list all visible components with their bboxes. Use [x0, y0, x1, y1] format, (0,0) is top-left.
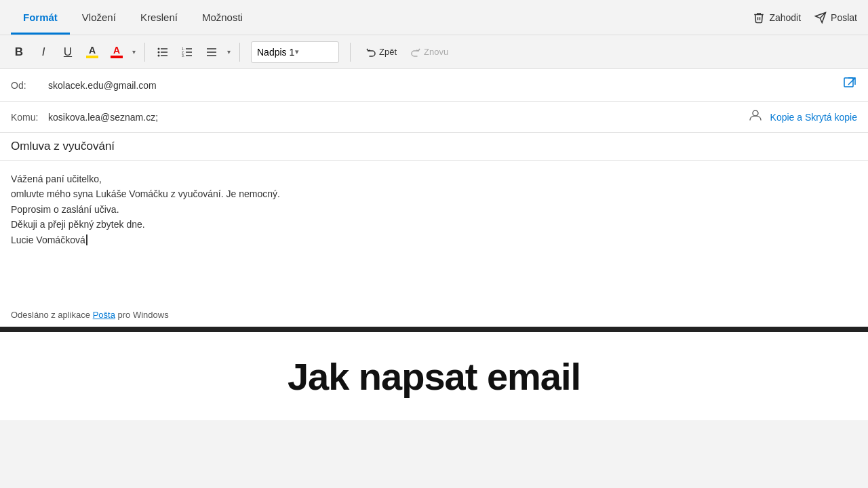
toolbar: B I U A A ▾ 1. 2. 3.: [0, 35, 868, 69]
top-nav: Formát Vložení Kreslení Možnosti Zahodit: [0, 0, 868, 35]
undo-icon: [366, 47, 376, 58]
body-line-5: Lucie Vomáčková: [11, 232, 857, 247]
body-line-3: Poprosim o zaslání učiva.: [11, 202, 857, 217]
nav-actions: Zahodit Poslat: [753, 12, 857, 24]
align-button[interactable]: [201, 41, 222, 63]
list-unordered-icon: [157, 46, 169, 58]
body-line-2: omluvte mého syna Lukáše Vomáčku z vyučo…: [11, 186, 857, 201]
to-field: Komu: kosikova.lea@seznam.cz; Kopie a Sk…: [0, 102, 868, 133]
email-body[interactable]: Vážená paní učitelko, omluvte mého syna …: [0, 161, 868, 296]
undo-button[interactable]: Zpět: [360, 44, 402, 60]
tab-vlozeni[interactable]: Vložení: [70, 0, 128, 35]
cc-bcc-button[interactable]: Kopie a Skrytá kopie: [770, 112, 857, 123]
zahodit-button[interactable]: Zahodit: [753, 12, 801, 24]
tab-kresleni[interactable]: Kreslení: [128, 0, 190, 35]
highlight-button[interactable]: A: [81, 41, 103, 63]
to-label: Komu:: [11, 112, 48, 123]
to-value[interactable]: kosikova.lea@seznam.cz;: [48, 112, 749, 123]
separator-3: [350, 43, 351, 62]
trash-icon: [753, 12, 765, 24]
bold-button[interactable]: B: [8, 41, 30, 63]
font-color-red-bar: [111, 56, 123, 58]
undo-redo-group: Zpět Znovu: [360, 44, 454, 60]
font-color-button[interactable]: A: [106, 41, 127, 63]
align-icon: [205, 46, 218, 58]
svg-point-7: [158, 54, 160, 56]
svg-point-6: [158, 51, 160, 53]
from-value: skolacek.edu@gmail.com: [48, 80, 842, 91]
format-dropdown-arrow[interactable]: ▾: [130, 48, 138, 56]
underline-button[interactable]: U: [57, 41, 79, 63]
redo-button[interactable]: Znovu: [405, 44, 454, 60]
black-bar: [0, 327, 868, 332]
ordered-list-button[interactable]: 1. 2. 3.: [176, 41, 198, 63]
email-area: Od: skolacek.edu@gmail.com Komu: kosikov…: [0, 69, 868, 327]
email-footer: Odesláno z aplikace Pošta pro Windows: [0, 296, 868, 327]
tab-format[interactable]: Formát: [11, 0, 70, 35]
redo-icon: [410, 47, 421, 58]
svg-point-5: [158, 47, 160, 49]
svg-text:3.: 3.: [182, 54, 184, 58]
text-cursor: [85, 235, 87, 245]
unordered-list-button[interactable]: [152, 41, 174, 63]
list-ordered-icon: 1. 2. 3.: [181, 46, 193, 58]
highlight-yellow-bar: [86, 56, 98, 58]
bottom-title: Jak napsat email: [288, 354, 580, 399]
from-actions: [842, 76, 857, 94]
from-field: Od: skolacek.edu@gmail.com: [0, 69, 868, 102]
tab-moznosti[interactable]: Možnosti: [190, 0, 255, 35]
external-link-icon[interactable]: [842, 76, 857, 94]
to-actions: Kopie a Skrytá kopie: [749, 108, 857, 125]
style-dropdown-arrow: ▾: [295, 47, 333, 56]
body-line-1: Vážená paní učitelko,: [11, 171, 857, 186]
posta-link[interactable]: Pošta: [93, 310, 115, 320]
style-dropdown[interactable]: Nadpis 1 ▾: [251, 41, 339, 63]
nav-tabs: Formát Vložení Kreslení Možnosti: [11, 0, 255, 35]
send-icon: [814, 12, 827, 24]
subject-field[interactable]: Omluva z vyučování: [0, 133, 868, 161]
body-line-4: Děkuji a přeji pěkný zbytek dne.: [11, 217, 857, 232]
separator-2: [239, 43, 240, 62]
align-dropdown-arrow[interactable]: ▾: [225, 48, 233, 56]
from-label: Od:: [11, 80, 48, 91]
svg-line-18: [848, 78, 855, 85]
svg-rect-17: [844, 78, 853, 87]
poslat-button[interactable]: Poslat: [814, 12, 857, 24]
bottom-title-area: Jak napsat email: [0, 332, 868, 420]
separator-1: [144, 43, 145, 62]
svg-point-19: [753, 110, 758, 116]
person-icon: [749, 108, 762, 125]
italic-button[interactable]: I: [33, 41, 54, 63]
